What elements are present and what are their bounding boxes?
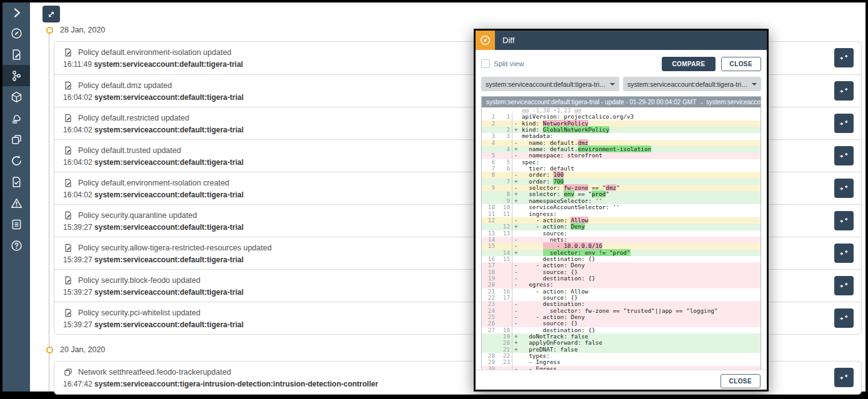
event-diff-button[interactable] — [834, 146, 854, 165]
diff-new-line-number — [497, 262, 512, 268]
document-edit-icon — [63, 210, 73, 220]
compare-arrows-icon — [839, 280, 849, 291]
event-diff-button[interactable] — [834, 308, 854, 328]
diff-new-line-number: 6 — [497, 165, 512, 172]
right-revision-select[interactable]: system:serviceaccount:default:tigera-tri… — [623, 77, 761, 91]
chevron-down-icon — [610, 83, 615, 86]
compare-arrows-icon — [839, 118, 849, 129]
event-diff-button[interactable] — [834, 211, 854, 230]
document-edit-icon — [63, 81, 73, 91]
event-time: 15:39:27 — [63, 255, 94, 264]
compare-arrows-icon — [839, 248, 849, 259]
diff-new-line-number: 17 — [497, 295, 512, 301]
diff-new-line-number: 7 — [497, 179, 512, 185]
compare-arrows-icon — [839, 313, 849, 323]
event-time: 16:04:02 — [63, 93, 94, 102]
diff-new-line-number — [497, 314, 512, 320]
sidebar-item-dashboard[interactable] — [2, 22, 30, 44]
diff-new-line-number: 10 — [497, 204, 512, 210]
event-diff-button[interactable] — [834, 244, 854, 263]
diff-marker: - — [512, 152, 522, 159]
compass-icon — [479, 34, 491, 46]
event-time: 16:11:49 — [63, 60, 94, 69]
help-circle-icon — [10, 239, 23, 252]
diff-old-line-number: 12 — [482, 217, 497, 224]
event-time: 15:39:27 — [63, 223, 94, 232]
layers-icon — [63, 367, 73, 377]
sidebar-item-cloud[interactable] — [2, 107, 30, 129]
document-list-icon — [10, 218, 23, 231]
diff-new-line-number — [497, 269, 512, 275]
diff-new-line-number: 1 — [497, 114, 512, 120]
diff-old-line-number: 8 — [482, 172, 497, 178]
document-edit-icon — [63, 47, 73, 57]
sidebar-item-logs[interactable] — [2, 214, 30, 235]
diff-new-line-number: 3 — [497, 133, 512, 139]
sidebar-item-alerts[interactable] — [2, 192, 30, 214]
event-time: 16:47:42 — [63, 380, 94, 388]
diff-revision-header: system:serviceaccount:default:tigera-tri… — [482, 97, 761, 107]
event-diff-button[interactable] — [834, 114, 854, 133]
compare-arrows-icon — [839, 86, 849, 96]
diff-old-line-number — [482, 191, 497, 197]
timeline-dot-icon — [46, 27, 53, 34]
document-edit-icon — [63, 243, 73, 253]
diff-old-line-number — [482, 333, 497, 340]
diff-marker: + — [512, 224, 522, 230]
diff-content: @@ -1,30 +1,23 @@11apiVersion: projectca… — [482, 107, 761, 372]
cloud-stack-icon — [10, 112, 23, 125]
diff-old-line-number: 10 — [482, 204, 497, 210]
diff-marker: + — [512, 347, 522, 353]
timeline-dot-icon — [46, 347, 53, 353]
chevron-right-icon — [10, 6, 23, 19]
left-revision-select[interactable]: system:serviceaccount:default:tigera-tri… — [481, 77, 619, 91]
diff-viewer: system:serviceaccount:default:tigera-tri… — [481, 96, 761, 373]
event-title: Network setthreatfeed.feodo-trackerupdat… — [78, 368, 231, 377]
layers-icon — [10, 133, 23, 146]
event-diff-button[interactable] — [834, 48, 854, 67]
split-view-checkbox[interactable] — [481, 59, 490, 68]
compare-arrows-icon — [839, 215, 849, 226]
sidebar-item-expand-nav[interactable] — [2, 2, 30, 22]
compare-button[interactable]: COMPARE — [662, 57, 715, 71]
diff-old-line-number: 15 — [482, 243, 497, 249]
sidebar-item-help[interactable] — [2, 235, 30, 256]
event-account: system:serviceaccount:default:tigera-tri… — [94, 223, 244, 232]
close-button-bottom[interactable]: CLOSE — [721, 374, 761, 388]
event-time: 15:39:27 — [63, 288, 94, 297]
diff-new-line-number — [497, 308, 512, 314]
diff-modal-title: Diff — [502, 36, 514, 45]
diff-marker — [512, 288, 522, 295]
sidebar-item-compliance[interactable] — [2, 171, 30, 192]
diff-new-line-number: 4 — [497, 146, 512, 152]
diff-new-line-number — [497, 275, 512, 282]
diff-modal-footer: CLOSE — [476, 370, 767, 390]
sidebar-item-policies[interactable] — [2, 44, 30, 65]
document-edit-icon — [10, 48, 23, 61]
close-button-top[interactable]: CLOSE — [721, 57, 761, 71]
event-diff-button[interactable] — [834, 179, 854, 198]
event-diff-button[interactable] — [834, 368, 854, 387]
diff-old-line-number: 9 — [482, 185, 497, 191]
expand-timeline-button[interactable] — [42, 6, 60, 22]
sidebar-item-workloads[interactable] — [2, 86, 30, 107]
sidebar-item-network-graph[interactable] — [2, 65, 30, 86]
sidebar-item-layers[interactable] — [2, 129, 30, 150]
event-diff-button[interactable] — [834, 81, 854, 101]
sidebar-item-refresh[interactable] — [2, 150, 30, 171]
event-title: Policy security.allow-tigera-restricted-… — [78, 244, 272, 252]
event-title: Policy default.environment-isolation cre… — [78, 179, 229, 187]
event-diff-button[interactable] — [834, 276, 854, 295]
brand-logo — [476, 31, 495, 50]
chevron-down-icon — [752, 83, 757, 86]
event-account: system:serviceaccount:default:tigera-tri… — [94, 288, 244, 297]
event-time: 16:04:02 — [63, 158, 94, 167]
diff-old-line-number — [482, 340, 497, 346]
diff-new-line-number — [497, 301, 512, 307]
timeline-date-label: 28 Jan, 2020 — [60, 26, 105, 34]
event-account: system:serviceaccount:default:tigera-tri… — [94, 126, 244, 134]
diff-new-line-number: 11 — [497, 211, 512, 217]
compare-arrows-icon — [839, 372, 849, 383]
event-title: Policy default.dmz updated — [78, 81, 172, 90]
event-time: 15:39:27 — [63, 320, 94, 329]
